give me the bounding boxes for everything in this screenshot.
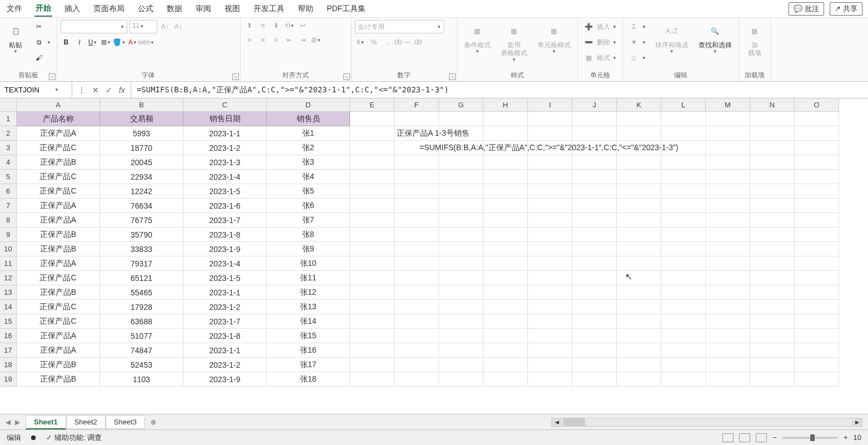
cell-B17[interactable]: 74847 xyxy=(100,343,183,358)
cut-button[interactable]: ✂ xyxy=(31,20,53,33)
cell-D10[interactable]: 张9 xyxy=(267,242,350,256)
menu-page-layout[interactable]: 页面布局 xyxy=(92,2,126,16)
record-macro-icon[interactable]: ⏺ xyxy=(30,433,37,442)
cell-L7[interactable] xyxy=(661,199,706,213)
cell-C16[interactable]: 2023-1-8 xyxy=(183,329,267,343)
cancel-button[interactable]: ✕ xyxy=(92,86,99,95)
cell-N11[interactable] xyxy=(750,256,795,271)
cell-K11[interactable] xyxy=(617,256,661,271)
cell-H6[interactable] xyxy=(483,184,528,199)
cell-E7[interactable] xyxy=(350,199,395,213)
cell-B18[interactable]: 52453 xyxy=(100,358,183,372)
cell-D11[interactable]: 张10 xyxy=(267,256,350,271)
dialog-launcher-icon[interactable]: ↘ xyxy=(343,73,350,80)
cell-G13[interactable] xyxy=(439,285,483,300)
cell-L17[interactable] xyxy=(661,343,706,358)
cell-H4[interactable] xyxy=(483,155,528,170)
col-header-M[interactable]: M xyxy=(706,98,750,112)
cell-M7[interactable] xyxy=(706,199,750,213)
cell-K9[interactable] xyxy=(617,228,661,242)
cell-E9[interactable] xyxy=(350,228,395,242)
cell-I8[interactable] xyxy=(528,213,572,228)
cell-F12[interactable] xyxy=(395,271,439,285)
cell-G16[interactable] xyxy=(439,329,483,343)
cell-C12[interactable]: 2023-1-5 xyxy=(183,271,267,285)
cell-B3[interactable]: 18770 xyxy=(100,141,183,155)
table-format-button[interactable]: ▦ 套用 表格格式▼ xyxy=(497,20,531,65)
format-painter-button[interactable]: 🖌 xyxy=(31,51,53,65)
cell-B1[interactable]: 交易额 xyxy=(100,112,183,126)
cell-C11[interactable]: 2023-1-4 xyxy=(183,256,267,271)
cell-M6[interactable] xyxy=(706,184,750,199)
cell-D1[interactable]: 销售员 xyxy=(267,112,350,126)
cell-M18[interactable] xyxy=(706,358,750,372)
cell-L13[interactable] xyxy=(661,285,706,300)
cell-M10[interactable] xyxy=(706,242,750,256)
normal-view-icon[interactable] xyxy=(722,433,734,442)
cell-O8[interactable] xyxy=(795,213,839,228)
cell-M8[interactable] xyxy=(706,213,750,228)
row-header-3[interactable]: 3 xyxy=(0,141,17,155)
zoom-out-icon[interactable]: − xyxy=(772,433,777,442)
col-header-A[interactable]: A xyxy=(17,98,100,112)
cell-A16[interactable]: 正保产品A xyxy=(17,329,100,343)
cell-D9[interactable]: 张8 xyxy=(267,228,350,242)
align-center-icon[interactable]: ≡ xyxy=(257,34,268,46)
cell-K4[interactable] xyxy=(617,155,661,170)
row-header-1[interactable]: 1 xyxy=(0,112,17,126)
cell-O1[interactable] xyxy=(795,112,839,126)
cell-E3[interactable] xyxy=(350,141,395,155)
cell-G10[interactable] xyxy=(439,242,483,256)
phonetic-button[interactable]: wén▼ xyxy=(141,37,152,48)
row-header-13[interactable]: 13 xyxy=(0,285,17,300)
spreadsheet-area[interactable]: ABCDEFGHIJKLMNO 123456789101112131415161… xyxy=(0,98,868,393)
cell-B2[interactable]: 5993 xyxy=(100,126,183,141)
accessibility-status[interactable]: ✓ 辅助功能: 调查 xyxy=(46,433,102,443)
cell-A3[interactable]: 正保产品C xyxy=(17,141,100,155)
cell-J8[interactable] xyxy=(572,213,617,228)
cell-N5[interactable] xyxy=(750,170,795,184)
cell-D17[interactable]: 张16 xyxy=(267,343,350,358)
cell-L6[interactable] xyxy=(661,184,706,199)
cell-N2[interactable] xyxy=(750,126,795,141)
decrease-indent-icon[interactable]: ⇤ xyxy=(284,34,295,46)
cell-E11[interactable] xyxy=(350,256,395,271)
sheet-tab-2[interactable]: Sheet2 xyxy=(66,415,106,429)
cell-I11[interactable] xyxy=(528,256,572,271)
currency-icon[interactable]: ¥▼ xyxy=(355,37,366,48)
cell-I4[interactable] xyxy=(528,155,572,170)
cell-F16[interactable] xyxy=(395,329,439,343)
cell-O6[interactable] xyxy=(795,184,839,199)
cell-M16[interactable] xyxy=(706,329,750,343)
cell-N4[interactable] xyxy=(750,155,795,170)
cell-C5[interactable]: 2023-1-4 xyxy=(183,170,267,184)
decrease-decimal-icon[interactable]: ←.00 xyxy=(408,37,420,48)
cell-E5[interactable] xyxy=(350,170,395,184)
formula-input[interactable]: =SUMIFS(B:B,A:A,"正保产品A",C:C,">="&"2023-1… xyxy=(131,85,868,95)
name-box-input[interactable] xyxy=(4,86,54,94)
scroll-right-icon[interactable]: ▶ xyxy=(852,418,862,426)
cell-F8[interactable] xyxy=(395,213,439,228)
dialog-launcher-icon[interactable]: ↘ xyxy=(232,73,239,80)
cell-J1[interactable] xyxy=(572,112,617,126)
cell-G4[interactable] xyxy=(439,155,483,170)
cell-H8[interactable] xyxy=(483,213,528,228)
name-box[interactable]: ▼ xyxy=(0,82,72,98)
cell-K13[interactable] xyxy=(617,285,661,300)
cell-F1[interactable] xyxy=(395,112,439,126)
number-format-select[interactable]: 会计专用▼ xyxy=(355,20,444,33)
cell-B16[interactable]: 51077 xyxy=(100,329,183,343)
cell-E15[interactable] xyxy=(350,314,395,329)
add-sheet-button[interactable]: ⊕ xyxy=(145,416,162,428)
clear-button[interactable]: ◇▼ xyxy=(626,51,648,65)
cell-J6[interactable] xyxy=(572,184,617,199)
cell-H7[interactable] xyxy=(483,199,528,213)
col-header-L[interactable]: L xyxy=(661,98,706,112)
cell-K16[interactable] xyxy=(617,329,661,343)
cell-J4[interactable] xyxy=(572,155,617,170)
cell-L14[interactable] xyxy=(661,300,706,314)
cell-E1[interactable] xyxy=(350,112,395,126)
cell-D12[interactable]: 张11 xyxy=(267,271,350,285)
cell-E16[interactable] xyxy=(350,329,395,343)
cell-M2[interactable] xyxy=(706,126,750,141)
